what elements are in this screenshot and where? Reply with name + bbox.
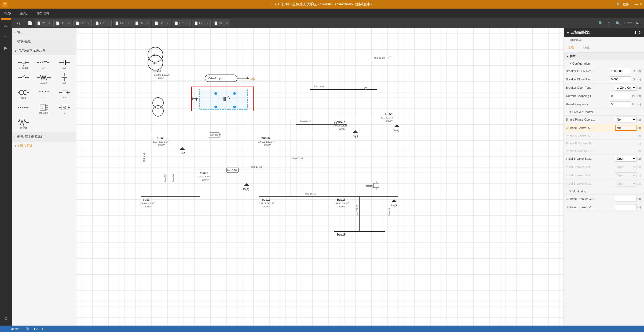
component-capacitor[interactable]: 1μF — [55, 57, 74, 70]
component-cap2[interactable]: 1μF — [55, 72, 74, 85]
help-icon[interactable]: ? — [639, 31, 641, 35]
component-dash[interactable]: — — [14, 102, 32, 115]
component-multipin[interactable]: IN Pin IN[1,2,3] — [35, 102, 53, 115]
breaker-control-header[interactable]: ∨ Breaker Control — [564, 109, 644, 115]
select-initial-breaker-stat-2[interactable]: Open Close — [615, 164, 636, 170]
tab-ge3[interactable]: 📄 Ge... × — [93, 20, 112, 27]
monitoring-header[interactable]: ∨ Monitoring — [564, 188, 644, 195]
close-button[interactable]: × — [640, 2, 642, 6]
tab-params[interactable]: 参数 — [564, 44, 579, 52]
x-initial-breaker-stat-2[interactable]: (x) — [636, 165, 642, 169]
zoom-expand-button[interactable]: ►| — [634, 20, 642, 27]
component-inductor[interactable]: 1H — [35, 57, 53, 70]
x-breaker-close-res[interactable]: (x) — [636, 78, 642, 81]
new-file-button[interactable]: 📄 — [26, 20, 34, 27]
menu-item-geo[interactable]: 地理信息 — [33, 10, 52, 17]
x-current-chopping[interactable]: (x) — [636, 94, 642, 98]
x-3phase-control[interactable]: (x) — [636, 126, 642, 129]
section-electric-passive[interactable]: ∨ 电气-基本无源元件 — [12, 46, 76, 55]
tab-close[interactable]: × — [207, 22, 208, 25]
x-breaker-open-type[interactable]: (x) — [636, 86, 642, 89]
component-rvar[interactable]: @Rvar — [14, 117, 32, 130]
electric-passive-content: GND|1Ω 1H — [12, 55, 76, 132]
input-rated-frequency[interactable] — [610, 101, 631, 107]
tab-ge6[interactable]: 📄 Ge... × — [152, 20, 171, 27]
tab-ge8[interactable]: 📄 Ge... × — [192, 20, 211, 27]
select-breaker-open-type[interactable]: at Zero-Cro... Immediately — [615, 85, 636, 91]
x-initial-breaker-stat-4[interactable]: (x) — [636, 182, 642, 185]
x-phase-b-control[interactable]: (x) — [636, 142, 642, 145]
sidebar-icon-settings[interactable]: ⚙ — [1, 314, 11, 323]
input-3phase-breaker-voltage[interactable] — [615, 204, 636, 210]
tab-ge7[interactable]: 📄 Ge... × — [172, 20, 191, 27]
x-3phase-breaker-current[interactable]: (x) — [636, 197, 642, 200]
input-3phase-breaker-current[interactable] — [615, 196, 636, 202]
svg-text:0.9892∠8.00: 0.9892∠8.00 — [197, 175, 211, 178]
tab-ge9[interactable]: 📄 Ge... × — [212, 20, 230, 27]
svg-rect-154 — [374, 183, 379, 188]
back-button[interactable]: ◄| — [14, 20, 21, 27]
configuration-header[interactable]: ∨ Configuration — [564, 60, 644, 67]
select-initial-breaker-stat-1[interactable]: Open Close — [615, 156, 636, 162]
input-3phase-control[interactable] — [615, 125, 636, 131]
tab-main[interactable]: 📄 主... × — [35, 20, 52, 27]
input-breaker-close-res[interactable] — [610, 76, 631, 82]
component-resistor[interactable]: ∧∧∧∧ — [35, 72, 53, 85]
component-breaker[interactable]: × ≡× — [55, 87, 74, 100]
tab-close[interactable]: × — [48, 22, 50, 25]
menu-item-model[interactable]: 模型 — [2, 10, 13, 17]
svg-point-80 — [153, 98, 163, 108]
zoom-out-button[interactable]: 🔍 — [597, 20, 604, 27]
section-module-basic[interactable]: › 模块-基础 — [12, 37, 76, 46]
section-output[interactable]: › 输出 — [12, 28, 76, 37]
component-wire[interactable]: ∼∼∼ — [35, 87, 53, 100]
add-more-button[interactable]: + + 添加更多 — [12, 141, 76, 150]
component-filter[interactable]: ⊘ — [55, 102, 74, 115]
sidebar-icon-draw[interactable]: ✏ — [1, 21, 11, 31]
tab-close[interactable]: × — [68, 22, 70, 25]
sidebar-icon-play[interactable]: ▶ — [1, 43, 11, 53]
titlebar-right[interactable]: 🔍 虚拟 — × — [617, 2, 642, 7]
right-panel-subtitle: 三相断路器 — [564, 37, 644, 44]
x-phase-c-control[interactable]: (x) — [636, 149, 642, 152]
select-single-phase-opera[interactable]: No Yes — [615, 117, 636, 122]
tab-close[interactable]: × — [127, 22, 129, 25]
canvas-area[interactable]: 非- 非- bus37 1.0270∠17.98° 20kV Virtual I… — [76, 28, 564, 326]
x-phase-a-control[interactable]: (x) — [636, 134, 642, 137]
chevron-down-icon: ∨ — [566, 54, 569, 58]
input-current-chopping[interactable] — [610, 93, 631, 99]
x-3phase-breaker-voltage[interactable]: (x) — [636, 206, 642, 209]
x-single-phase-opera[interactable]: (x) — [636, 118, 642, 121]
tab-ge2[interactable]: 📄 Ge... × — [73, 20, 92, 27]
svg-text:bus26: bus26 — [261, 136, 270, 140]
tab-close[interactable]: × — [187, 22, 188, 25]
sidebar-icon-cursor[interactable]: ↖ — [1, 32, 11, 42]
component-gnd-res[interactable]: GND|1Ω — [14, 57, 32, 70]
svg-text:20kV: 20kV — [158, 77, 164, 79]
input-breaker-open-res[interactable] — [610, 68, 631, 74]
x-rated-frequency[interactable]: (x) — [636, 103, 642, 106]
component-transformer[interactable]: #1#2 — [14, 87, 32, 100]
tab-close[interactable]: × — [147, 22, 149, 25]
tab-close[interactable]: × — [167, 22, 169, 25]
tab-close[interactable]: × — [226, 22, 228, 25]
x-breaker-open-res[interactable]: (x) — [636, 69, 642, 73]
menu-item-diagram[interactable]: 图纸 — [18, 10, 29, 17]
tab-ge5[interactable]: 📄 Ge... × — [133, 20, 151, 27]
tab-close[interactable]: × — [108, 22, 109, 25]
zoom-in-button[interactable]: 🔍 — [614, 20, 621, 27]
x-initial-breaker-stat-1[interactable]: (x) — [636, 157, 642, 160]
section-electric-source[interactable]: › 电气-基本电源元件 — [12, 132, 76, 141]
fit-button[interactable]: ⊙ — [605, 20, 613, 27]
params-header[interactable]: ∨ 参数 — [564, 53, 644, 60]
tab-ge4[interactable]: 📄 Ge... × — [113, 20, 131, 27]
minimize-button[interactable]: — — [635, 2, 638, 6]
tab-ge1[interactable]: 📄 Ge... × — [53, 20, 72, 27]
select-initial-breaker-stat-4[interactable]: Open Close — [615, 181, 636, 186]
select-initial-breaker-stat-3[interactable]: Open Close — [615, 172, 636, 178]
tab-format[interactable]: 格式 — [579, 44, 594, 52]
component-switch[interactable]: —|— — [14, 72, 32, 85]
tab-close[interactable]: × — [88, 22, 90, 25]
info-icon[interactable]: ℹ — [635, 31, 636, 35]
x-initial-breaker-stat-3[interactable]: (x) — [636, 174, 642, 177]
